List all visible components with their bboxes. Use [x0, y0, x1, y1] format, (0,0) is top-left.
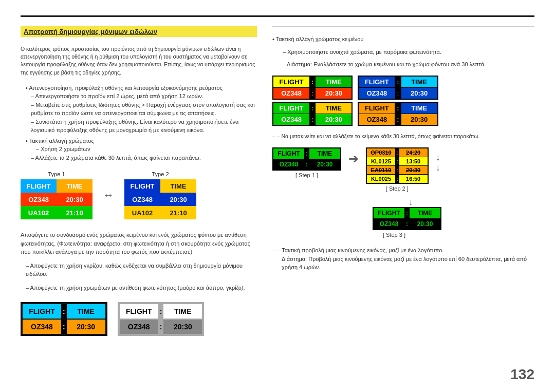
bottom-widgets: FLIGHT : TIME OZ348 : 20:30 FLIGHT :	[21, 302, 257, 336]
type1-r1-right: 20:30	[57, 193, 92, 206]
type2-group: Type 2 FLIGHT TIME OZ348 20:30 UA102 21:	[124, 171, 196, 219]
type1-r1-left: OZ348	[21, 193, 57, 206]
gray-widget-header: FLIGHT : TIME	[120, 304, 202, 319]
s2r3-c: :	[395, 166, 399, 174]
pbc-dl: OZ348	[359, 88, 395, 99]
step1-widget: FLIGHT : TIME OZ348 : 20:30	[272, 147, 341, 171]
pbc-hl: FLIGHT	[359, 77, 395, 87]
s2r3-r: 20:30	[399, 166, 428, 174]
type2-r1-right: 20:30	[160, 193, 196, 206]
dash-avoid-2: Αποφύγετε τη χρήση χρωμάτων με αντίθεση …	[26, 284, 257, 292]
step3-hdr: FLIGHT : TIME	[374, 208, 440, 218]
down-arrow-2: ↓	[436, 163, 440, 173]
right-separator	[272, 26, 534, 27]
type2-data-row2: UA102 21:10	[124, 206, 196, 219]
panel-bc-hdr: FLIGHT : TIME	[359, 77, 437, 87]
s2r1-c: :	[395, 148, 399, 157]
right-bullet-text: Τακτική αλλαγή χρώματος κειμένου	[276, 36, 364, 42]
bw-hdr-right: TIME	[67, 304, 105, 319]
left-column: Αποτροπή δημιουργίας μόνιμων ειδώλων Ο κ…	[21, 26, 257, 382]
step3-group: ↓ FLIGHT : TIME OZ348 : 20:30 [ Step 3 ]	[373, 198, 534, 238]
step3-dat: OZ348 : 20:30	[374, 219, 440, 229]
gw-hdr-left: FLIGHT	[120, 304, 158, 319]
bw-dat-right: 20:30	[67, 320, 105, 334]
panel-ob-dat: OZ348 : 20:30	[359, 114, 437, 125]
s2r4-l: KL0025	[367, 175, 395, 183]
down-arrow-1: ↓	[436, 153, 440, 163]
panel-gy: FLIGHT : TIME OZ348 : 20:30	[272, 102, 353, 126]
s2r2-c: :	[395, 157, 399, 165]
gray-widget: FLIGHT : TIME OZ348 : 20:30	[118, 302, 205, 336]
type2-label: Type 2	[124, 171, 196, 177]
panel-grid: FLIGHT : TIME OZ348 : 20:30 FLI	[272, 76, 534, 126]
s3-dr: 20:30	[410, 219, 440, 229]
type1-data-row1: OZ348 20:30	[21, 193, 92, 206]
top-separator	[21, 15, 534, 17]
right-bullet: • Τακτική αλλαγή χρώματος κειμένου	[272, 35, 534, 44]
type1-data-row2: UA102 21:10	[21, 206, 92, 219]
panel-row2: FLIGHT : TIME OZ348 : 20:30 FLI	[358, 76, 438, 126]
section-title: Αποτροπή δημιουργίας μόνιμων ειδώλων	[21, 26, 257, 37]
gw-dat-right: 20:30	[163, 320, 202, 334]
step2-row2: KL0125 : 13:50	[367, 157, 428, 165]
type1-r2-right: 21:10	[57, 206, 92, 219]
s2r1-l: OP0310	[367, 148, 395, 157]
s2r3-l: EA0110	[367, 166, 395, 174]
type2-widget: FLIGHT TIME OZ348 20:30 UA102 21:10	[124, 179, 196, 219]
s3-dc: :	[404, 219, 410, 229]
sub-1-2: Μεταβείτε στις ρυθμίσεις Ιδιότητες οθόνη…	[31, 101, 257, 118]
panel-gy-dat: OZ348 : 20:30	[273, 114, 351, 125]
step1-group: FLIGHT : TIME OZ348 : 20:30 [ Step 1 ]	[272, 147, 341, 178]
bottom-text-1: – Τακτική προβολή μιας κινούμενης εικόνα…	[272, 246, 534, 255]
bullet-list: Απενεργοποίηση, προφύλαξη οθόνης και λει…	[21, 84, 257, 162]
content-area: Αποτροπή δημιουργίας μόνιμων ειδώλων Ο κ…	[21, 26, 534, 382]
step2-row1: OP0310 : 24:20	[367, 148, 428, 157]
type2-r1-left: OZ348	[124, 193, 160, 206]
rotation-text: – Να μετακινείτε και να αλλάζετε το κείμ…	[272, 133, 534, 141]
step2-row4: KL0025 : 16:50	[367, 175, 428, 183]
panel-yg-dat: OZ348 : 20:30	[273, 88, 351, 99]
intro-text: Ο καλύτερος τρόπος προστασίας του προϊόν…	[21, 45, 257, 77]
gw-dat-left: OZ348	[120, 320, 158, 334]
pbc-hc: :	[395, 77, 401, 87]
panel-ob-hdr: FLIGHT : TIME	[359, 103, 437, 114]
s2r4-r: 16:50	[399, 175, 428, 183]
type2-r2-left: UA102	[124, 206, 160, 219]
dash-avoid-1: Αποφύγετε τη χρήση γκρίζου, καθώς ενδέχε…	[26, 262, 257, 278]
pob-hr: TIME	[401, 103, 437, 114]
s2r2-l: KL0125	[367, 157, 395, 165]
sub-1-3: Συνιστάται η χρήση προφύλαξης οθόνης. Εί…	[31, 118, 257, 135]
gw-dat-colon: :	[158, 320, 164, 334]
pbc-hr: TIME	[401, 77, 437, 87]
bw-dat-left: OZ348	[23, 320, 61, 334]
pob-hc: :	[395, 103, 401, 114]
gw-hdr-right: TIME	[163, 304, 202, 319]
s1-hc: :	[304, 148, 309, 159]
sub-1-1: Απενεργοποιήστε το προϊόν επί 2 ώρες, με…	[31, 92, 257, 101]
pob-dl: OZ348	[359, 114, 395, 125]
step1-label: [ Step 1 ]	[295, 172, 318, 178]
s1-dl: OZ348	[273, 159, 304, 170]
gw-hdr-colon: :	[158, 304, 164, 319]
step2-label: [ Step 2 ]	[386, 185, 409, 192]
panel-yg: FLIGHT : TIME OZ348 : 20:30	[272, 76, 353, 100]
type1-header-left: FLIGHT	[21, 179, 57, 193]
bottom-texts: – Τακτική προβολή μιας κινούμενης εικόνα…	[272, 246, 534, 272]
type2-header-left: FLIGHT	[124, 179, 160, 193]
type1-label: Type 1	[21, 171, 92, 177]
black-widget-data: OZ348 : 20:30	[23, 320, 105, 334]
pob-dc: :	[395, 114, 401, 125]
pgy-dc: :	[309, 114, 316, 125]
step2-group: OP0310 : 24:20 KL0125 : 13:50 EA0110	[366, 147, 429, 192]
step3-label: [ Step 3 ]	[383, 232, 405, 238]
panel-gy-hdr: FLIGHT : TIME	[273, 103, 351, 114]
panel-ob: FLIGHT : TIME OZ348 : 20:30	[358, 102, 438, 126]
s1-hr: TIME	[309, 148, 340, 159]
bottom-text-2: Διάστημα: Προβολή μιας κινούμενης εικόνα…	[282, 255, 534, 272]
right-column: • Τακτική αλλαγή χρώματος κειμένου Χρησι…	[272, 26, 534, 382]
pob-hl: FLIGHT	[359, 103, 395, 114]
type1-r2-left: UA102	[21, 206, 57, 219]
bullet-2: Τακτική αλλαγή χρώματος	[26, 137, 257, 145]
type1-group: Type 1 FLIGHT TIME OZ348 20:30 UA102 21:	[21, 171, 92, 219]
steps-area: FLIGHT : TIME OZ348 : 20:30 [ Step 1 ] ➔	[272, 147, 534, 192]
